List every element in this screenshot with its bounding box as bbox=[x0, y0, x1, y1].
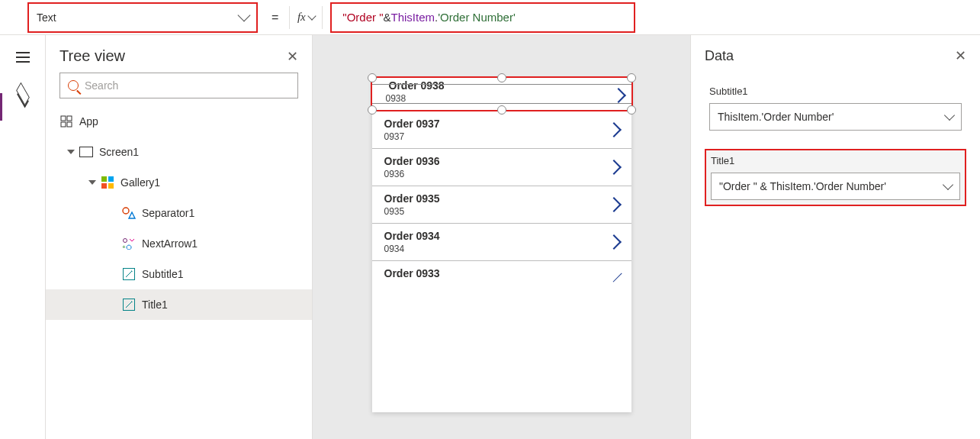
subtitle-dropdown[interactable]: ThisItem.'Order Number' bbox=[709, 103, 962, 131]
tree-items: App Screen1 Gallery1 Separato bbox=[46, 106, 312, 439]
svg-rect-5 bbox=[101, 176, 107, 182]
label-icon bbox=[122, 267, 136, 281]
search-input[interactable]: Search bbox=[59, 73, 298, 98]
svg-marker-10 bbox=[129, 212, 135, 218]
tree-item-label: Separator1 bbox=[142, 207, 194, 219]
formula-token-field: 'Order Number' bbox=[438, 11, 516, 24]
gallery-title: Order 0936 bbox=[384, 155, 440, 167]
formula-bar: Text = fx "Order " & ThisItem . 'Order N… bbox=[0, 0, 980, 35]
next-arrow-icon[interactable] bbox=[606, 160, 622, 175]
phone-preview: Order 0938 0938 Order 0937 0937 Order bbox=[372, 78, 631, 412]
tree-item-separator[interactable]: Separator1 bbox=[46, 198, 312, 228]
gallery-icon bbox=[101, 176, 114, 189]
gallery-row[interactable]: Order 0935 0935 bbox=[372, 186, 631, 224]
svg-rect-1 bbox=[67, 116, 72, 121]
property-dropdown-label: Text bbox=[37, 11, 56, 24]
svg-rect-2 bbox=[61, 122, 66, 127]
tree-item-subtitle[interactable]: Subtitle1 bbox=[46, 259, 312, 289]
close-icon[interactable]: ✕ bbox=[955, 47, 966, 64]
search-icon bbox=[68, 80, 79, 91]
svg-rect-8 bbox=[108, 183, 114, 189]
chevron-down-icon bbox=[944, 109, 955, 120]
next-arrow-icon[interactable] bbox=[606, 234, 622, 250]
tree-item-nextarrow[interactable]: + NextArrow1 bbox=[46, 228, 312, 259]
gallery-title: Order 0937 bbox=[384, 118, 440, 130]
canvas[interactable]: Order 0938 0938 Order 0937 0937 Order bbox=[313, 35, 690, 439]
screen-icon bbox=[79, 145, 93, 159]
gallery-subtitle: 0936 bbox=[384, 169, 440, 179]
expand-icon[interactable] bbox=[88, 180, 96, 185]
svg-rect-6 bbox=[108, 176, 114, 182]
icons-icon: + bbox=[122, 237, 136, 250]
next-arrow-icon[interactable] bbox=[606, 122, 622, 137]
tree-item-gallery[interactable]: Gallery1 bbox=[46, 167, 312, 198]
label-icon bbox=[122, 298, 136, 311]
chevron-down-icon bbox=[307, 11, 316, 20]
left-rail bbox=[0, 35, 46, 439]
tree-item-label: NextArrow1 bbox=[142, 237, 198, 250]
field-title: Title1 "Order " & ThisItem.'Order Number… bbox=[705, 149, 966, 206]
svg-point-9 bbox=[123, 208, 129, 214]
tree-item-title[interactable]: Title1 bbox=[46, 289, 312, 320]
next-arrow-icon[interactable] bbox=[606, 266, 622, 282]
svg-rect-3 bbox=[67, 122, 72, 127]
app-icon bbox=[59, 115, 73, 128]
equals-label: = bbox=[272, 11, 278, 24]
tree-item-label: Subtitle1 bbox=[142, 268, 183, 280]
data-header: Data ✕ bbox=[705, 47, 966, 64]
field-subtitle: Subtitle1 ThisItem.'Order Number' bbox=[705, 81, 966, 135]
data-title: Data bbox=[705, 48, 734, 64]
gallery-title: Order 0933 bbox=[384, 267, 440, 279]
chevron-down-icon bbox=[238, 8, 251, 21]
title-value: "Order " & ThisItem.'Order Number' bbox=[719, 180, 886, 192]
search-placeholder: Search bbox=[85, 79, 118, 92]
gallery-row[interactable]: Order 0933 bbox=[372, 261, 631, 287]
svg-rect-4 bbox=[80, 147, 93, 157]
gallery-title: Order 0935 bbox=[384, 192, 440, 205]
tree-item-label: Screen1 bbox=[99, 146, 139, 158]
svg-rect-0 bbox=[61, 116, 66, 121]
title-dropdown[interactable]: "Order " & ThisItem.'Order Number' bbox=[711, 173, 960, 200]
tree-header: Tree view ✕ bbox=[46, 35, 312, 73]
fx-button[interactable]: fx bbox=[289, 6, 323, 29]
tree-item-label: App bbox=[79, 115, 98, 128]
svg-point-11 bbox=[124, 239, 127, 243]
menu-icon[interactable] bbox=[14, 49, 31, 66]
property-dropdown[interactable]: Text bbox=[27, 2, 258, 33]
gallery-subtitle: 0935 bbox=[384, 206, 440, 217]
tree-panel: Tree view ✕ Search App Screen1 bbox=[46, 35, 313, 439]
formula-token-string: "Order " bbox=[342, 11, 383, 24]
gallery-subtitle: 0934 bbox=[384, 244, 440, 254]
fx-icon: fx bbox=[297, 11, 306, 24]
tree-title: Tree view bbox=[59, 47, 125, 65]
close-icon[interactable]: ✕ bbox=[287, 48, 298, 65]
gallery-row[interactable]: Order 0936 0936 bbox=[372, 149, 631, 186]
tree-item-label: Title1 bbox=[142, 299, 168, 311]
gallery-title: Order 0934 bbox=[384, 230, 440, 242]
data-panel: Data ✕ Subtitle1 ThisItem.'Order Number'… bbox=[690, 35, 980, 439]
field-label: Title1 bbox=[711, 155, 960, 166]
selection-handles[interactable] bbox=[372, 78, 631, 110]
gallery-subtitle: 0937 bbox=[384, 131, 440, 142]
chevron-down-icon bbox=[943, 179, 953, 189]
rail-active-indicator bbox=[0, 93, 2, 121]
tree-item-screen[interactable]: Screen1 bbox=[46, 137, 312, 167]
gallery-row-selected[interactable]: Order 0938 0938 bbox=[371, 76, 633, 111]
formula-token-keyword: ThisItem bbox=[391, 11, 435, 24]
tree-view-icon[interactable] bbox=[14, 87, 31, 104]
gallery-row[interactable]: Order 0934 0934 bbox=[372, 224, 631, 261]
tree-item-app[interactable]: App bbox=[46, 106, 312, 137]
shapes-icon bbox=[122, 206, 136, 220]
gallery-row[interactable]: Order 0937 0937 bbox=[372, 111, 631, 149]
formula-input[interactable]: "Order " & ThisItem . 'Order Number' bbox=[330, 2, 635, 33]
field-label: Subtitle1 bbox=[709, 86, 962, 97]
svg-text:+: + bbox=[122, 244, 126, 250]
next-arrow-icon[interactable] bbox=[606, 197, 622, 212]
svg-rect-7 bbox=[101, 183, 107, 189]
expand-icon[interactable] bbox=[67, 150, 75, 154]
subtitle-value: ThisItem.'Order Number' bbox=[718, 111, 834, 123]
formula-token-operator: & bbox=[384, 11, 391, 24]
tree-item-label: Gallery1 bbox=[120, 176, 160, 189]
